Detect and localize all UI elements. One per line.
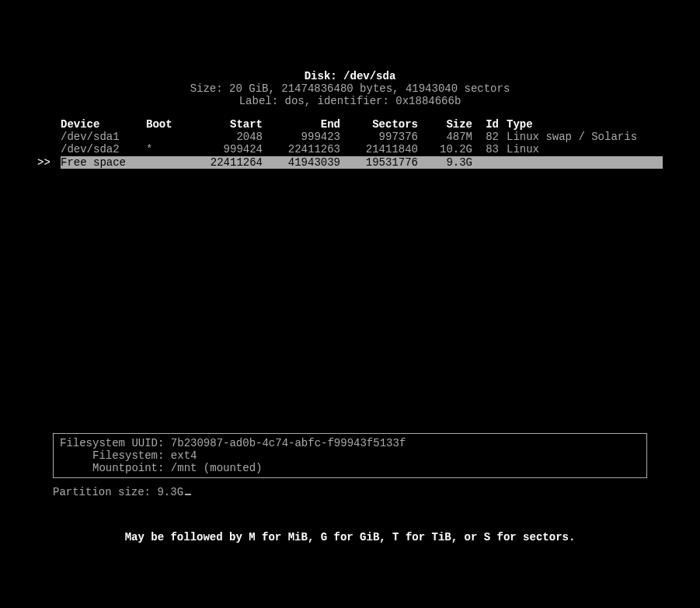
col-boot: Boot — [146, 118, 185, 131]
cell-sectors: 997376 — [340, 131, 418, 143]
cell-end: 999423 — [263, 131, 340, 143]
fs-uuid-line: Filesystem UUID: 7b230987-ad0b-4c74-abfc… — [60, 437, 640, 449]
cell-device: Free space — [61, 156, 146, 169]
cell-type: Linux — [503, 143, 663, 155]
col-sectors: Sectors — [340, 118, 418, 131]
prompt-value: 9.3G — [157, 486, 183, 498]
fs-mount-line: Mountpoint: /mnt (mounted) — [60, 462, 640, 474]
disk-title: Disk: /dev/sda — [0, 70, 700, 82]
cell-type: Linux swap / Solaris — [503, 131, 663, 143]
table-row[interactable]: >>Free space2241126441943039195317769.3G — [37, 156, 663, 169]
cell-end: 41943039 — [263, 156, 340, 169]
cell-end: 22411263 — [263, 143, 340, 155]
disk-header: Disk: /dev/sda Size: 20 GiB, 21474836480… — [0, 70, 700, 107]
col-type: Type — [503, 118, 663, 131]
partition-table: Device Boot Start End Sectors Size Id Ty… — [37, 118, 663, 168]
fs-type-line: Filesystem: ext4 — [60, 449, 640, 462]
disk-label-line: Label: dos, identifier: 0x1884666b — [0, 95, 700, 107]
row-pointer-icon — [37, 131, 61, 143]
disk-size-line: Size: 20 GiB, 21474836480 bytes, 4194304… — [0, 82, 700, 95]
cell-device: /dev/sda2 — [61, 143, 146, 155]
cell-type — [503, 156, 663, 169]
cell-sectors: 21411840 — [340, 143, 418, 155]
cell-start: 22411264 — [185, 156, 263, 169]
filesystem-info-box: Filesystem UUID: 7b230987-ad0b-4c74-abfc… — [53, 433, 647, 478]
table-row[interactable]: /dev/sda2*999424224112632141184010.2G83L… — [37, 143, 663, 155]
cell-start: 999424 — [185, 143, 263, 155]
cell-size: 10.2G — [418, 143, 472, 155]
table-row[interactable]: /dev/sda12048999423997376487M82Linux swa… — [37, 131, 663, 143]
cell-id — [472, 156, 503, 169]
cell-size: 9.3G — [418, 156, 472, 169]
cell-device: /dev/sda1 — [61, 131, 146, 143]
col-device: Device — [61, 118, 146, 131]
col-id: Id — [472, 118, 503, 131]
cell-boot — [146, 131, 185, 143]
cell-start: 2048 — [185, 131, 263, 143]
col-size: Size — [418, 118, 472, 131]
cell-id: 82 — [472, 131, 503, 143]
col-start: Start — [185, 118, 263, 131]
cell-size: 487M — [418, 131, 472, 143]
cell-id: 83 — [472, 143, 503, 155]
hint-text: May be followed by M for MiB, G for GiB,… — [0, 531, 700, 543]
row-pointer-icon: >> — [37, 156, 61, 169]
cell-boot — [146, 156, 185, 169]
cell-sectors: 19531776 — [340, 156, 418, 169]
table-header: Device Boot Start End Sectors Size Id Ty… — [37, 118, 663, 131]
cursor-icon — [185, 494, 191, 495]
cell-boot: * — [146, 143, 185, 155]
row-pointer-icon — [37, 143, 61, 155]
col-end: End — [263, 118, 340, 131]
partition-size-prompt[interactable]: Partition size: 9.3G — [53, 486, 700, 498]
prompt-label: Partition size: — [53, 486, 157, 498]
